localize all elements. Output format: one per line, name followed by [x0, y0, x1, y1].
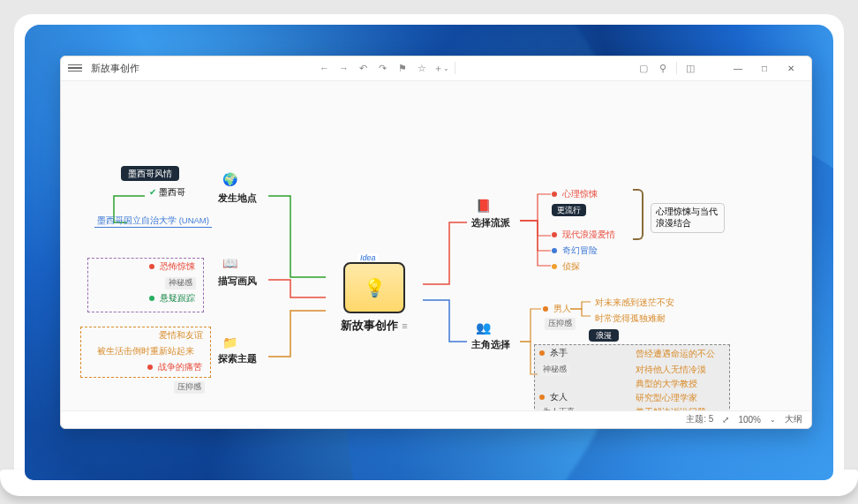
notes-icon[interactable]: ≡: [402, 320, 407, 331]
node-more-popular[interactable]: 更流行: [552, 205, 586, 216]
node-suspense[interactable]: 悬疑跟踪: [149, 293, 198, 305]
panels-button[interactable]: ◫: [681, 59, 699, 77]
branch-theme[interactable]: 📁: [218, 333, 241, 352]
add-button[interactable]: ＋⌄: [433, 59, 450, 77]
branch-location-label[interactable]: 发生地点: [218, 192, 257, 205]
branch-style-label[interactable]: 描写画风: [218, 275, 257, 288]
node-fantasy[interactable]: 奇幻冒险: [552, 245, 600, 257]
node-woman[interactable]: 女人: [539, 392, 570, 403]
node-cold-r[interactable]: 对待他人无情冷漠: [633, 364, 709, 377]
globe-icon: 🌍: [218, 169, 241, 189]
node-man-r1[interactable]: 对未来感到迷茫不安: [592, 297, 677, 310]
node-horror[interactable]: 恐怖惊悚: [149, 261, 198, 273]
notebook-icon: 📕: [471, 196, 494, 215]
hamburger-menu-icon[interactable]: [68, 64, 82, 72]
node-psychologist-r[interactable]: 研究型心理学家: [633, 392, 700, 405]
people-icon: 👥: [471, 318, 494, 337]
tag-upright[interactable]: 为人正直: [539, 406, 578, 410]
node-love-friendship[interactable]: 爱情和友谊: [156, 330, 206, 342]
window-maximize[interactable]: □: [751, 56, 778, 80]
node-lawsuit-r[interactable]: 善于解决诉讼问题: [633, 406, 709, 410]
flag-button[interactable]: ⚑: [394, 59, 411, 77]
node-psych-thriller[interactable]: 心理惊悚: [552, 189, 600, 200]
screen-button[interactable]: ⚲: [654, 59, 672, 77]
mindmap-canvas[interactable]: Idea 新故事创作≡ 🌍 发生地点 墨西哥风情 ✔ 墨西哥 墨西哥国立自治大学…: [61, 81, 811, 410]
node-mexico-chip[interactable]: 墨西哥风情: [121, 168, 179, 180]
statusbar: 主题: 5 ⤢ 100% ⌄ 大纲: [61, 410, 811, 428]
window-close[interactable]: ✕: [778, 56, 804, 80]
tag-mystery[interactable]: 神秘感: [165, 277, 196, 290]
branch-genre-label[interactable]: 选择流派: [471, 217, 510, 229]
central-title: 新故事创作: [341, 319, 398, 332]
branch-style[interactable]: 📖: [218, 253, 241, 273]
brace-summary[interactable]: 心理惊悚与当代浪漫结合: [651, 203, 725, 233]
nav-back-button[interactable]: ←: [316, 59, 334, 77]
branch-theme-label[interactable]: 探索主题: [218, 353, 257, 365]
node-modern-romance[interactable]: 现代浪漫爱情: [552, 229, 618, 241]
node-bounce-back[interactable]: 被生活击倒时重新站起来: [94, 346, 197, 357]
node-mexico-check[interactable]: ✔ 墨西哥: [149, 187, 185, 199]
node-romance-chip[interactable]: 浪漫: [589, 330, 619, 342]
redo-button[interactable]: ↷: [374, 59, 392, 77]
tag-oppression-man[interactable]: 压抑感: [545, 318, 576, 330]
zoom-fit-icon[interactable]: ⤢: [722, 415, 729, 425]
node-unam-link[interactable]: 墨西哥国立自治大学 (UNAM): [94, 215, 212, 228]
tag-oppression-left[interactable]: 压抑感: [174, 381, 205, 394]
branch-genre[interactable]: 📕: [471, 196, 494, 215]
status-topics: 主题: 5: [686, 413, 713, 425]
node-man-r2[interactable]: 时常觉得孤独难耐: [592, 312, 668, 326]
branch-location[interactable]: 🌍: [218, 169, 241, 189]
window-minimize[interactable]: —: [725, 56, 751, 80]
brace-bracket: [633, 189, 644, 240]
node-man[interactable]: 男人: [543, 304, 574, 315]
app-window: 新故事创作 ← → ↶ ↷ ⚑ ☆ ＋⌄ ▢ ⚲ ◫ — □ ✕: [60, 56, 812, 429]
branch-protagonist[interactable]: 👥: [471, 318, 494, 337]
undo-button[interactable]: ↶: [355, 59, 373, 77]
node-detective[interactable]: 侦探: [552, 261, 583, 273]
central-topic[interactable]: Idea 新故事创作≡: [326, 262, 423, 334]
window-title: 新故事创作: [91, 62, 139, 75]
star-button[interactable]: ☆: [413, 59, 431, 77]
branch-protagonist-label[interactable]: 主角选择: [471, 339, 510, 351]
node-killer-r[interactable]: 曾经遭遇命运的不公: [633, 348, 718, 361]
book-icon: 📖: [218, 253, 241, 273]
present-button[interactable]: ▢: [635, 59, 652, 77]
titlebar: 新故事创作 ← → ↶ ↷ ⚑ ☆ ＋⌄ ▢ ⚲ ◫ — □ ✕: [61, 56, 811, 81]
idea-icon: Idea: [343, 262, 405, 313]
folder-icon: 📁: [218, 333, 241, 352]
node-killer[interactable]: 杀手: [539, 348, 570, 359]
node-professor-r[interactable]: 典型的大学教授: [633, 378, 700, 391]
node-war-pain[interactable]: 战争的痛苦: [147, 362, 205, 373]
zoom-level[interactable]: 100%: [738, 415, 761, 425]
outline-toggle[interactable]: 大纲: [785, 413, 802, 425]
nav-forward-button[interactable]: →: [335, 59, 353, 77]
tag-mystery-2[interactable]: 神秘感: [539, 364, 570, 376]
